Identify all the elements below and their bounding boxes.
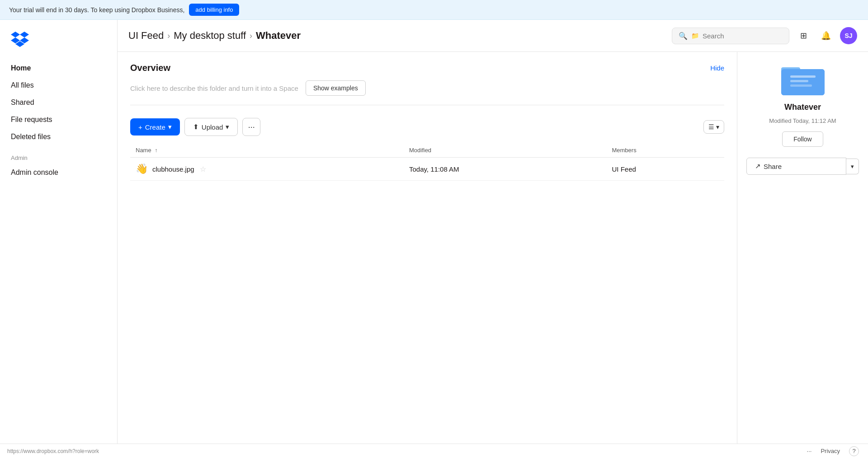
sidebar-item-home[interactable]: Home bbox=[0, 60, 117, 77]
privacy-link[interactable]: Privacy bbox=[821, 448, 840, 454]
share-dropdown-icon: ▾ bbox=[851, 163, 854, 170]
breadcrumb-my-desktop-stuff[interactable]: My desktop stuff bbox=[174, 30, 246, 42]
folder-preview-name: Whatever bbox=[784, 103, 821, 112]
breadcrumb-ui-feed[interactable]: UI Feed bbox=[128, 30, 164, 42]
upload-icon: ⬆ bbox=[193, 123, 199, 131]
file-name[interactable]: clubhouse.jpg bbox=[152, 165, 194, 173]
sidebar-logo bbox=[0, 29, 117, 60]
show-examples-button[interactable]: Show examples bbox=[306, 80, 366, 96]
sidebar: Home All files Shared File requests Dele… bbox=[0, 20, 118, 458]
sort-icon: ↑ bbox=[155, 147, 157, 154]
list-view-icon: ☰ bbox=[708, 123, 714, 131]
notifications-button[interactable]: 🔔 bbox=[817, 27, 835, 44]
col-name[interactable]: Name ↑ bbox=[130, 143, 404, 158]
create-button[interactable]: + Create ▾ bbox=[130, 118, 180, 136]
main-header: UI Feed › My desktop stuff › Whatever 🔍 … bbox=[118, 20, 868, 52]
table-row: 👋 clubhouse.jpg ☆ Today, 11:08 AM UI Fee… bbox=[130, 158, 724, 181]
dropbox-logo-icon bbox=[11, 29, 29, 47]
file-modified: Today, 11:08 AM bbox=[404, 158, 607, 181]
sidebar-admin-section: Admin bbox=[0, 145, 117, 164]
more-options-button[interactable]: ··· bbox=[242, 118, 260, 136]
bell-icon: 🔔 bbox=[821, 31, 831, 41]
hide-link[interactable]: Hide bbox=[710, 64, 724, 72]
grid-apps-button[interactable]: ⊞ bbox=[795, 27, 812, 44]
help-button[interactable]: ? bbox=[849, 446, 859, 456]
overview-title: Overview bbox=[130, 63, 170, 73]
breadcrumb: UI Feed › My desktop stuff › Whatever bbox=[128, 30, 665, 42]
search-input[interactable] bbox=[703, 32, 783, 40]
breadcrumb-sep-1: › bbox=[167, 31, 170, 41]
breadcrumb-sep-2: › bbox=[250, 31, 252, 41]
file-members: UI Feed bbox=[606, 158, 724, 181]
overview-placeholder-text[interactable]: Click here to describe this folder and t… bbox=[130, 84, 298, 92]
sidebar-nav: Home All files Shared File requests Dele… bbox=[0, 60, 117, 181]
center-content: Overview Hide Click here to describe thi… bbox=[118, 52, 737, 458]
sidebar-item-file-requests[interactable]: File requests bbox=[0, 111, 117, 128]
main-content: UI Feed › My desktop stuff › Whatever 🔍 … bbox=[118, 20, 868, 458]
header-actions: 🔍 📁 ⊞ 🔔 SJ bbox=[672, 27, 857, 44]
file-toolbar: + Create ▾ ⬆ Upload ▾ ··· ☰ ▾ bbox=[130, 118, 724, 136]
folder-preview: Whatever Modified Today, 11:12 AM Follow bbox=[746, 61, 859, 147]
follow-button[interactable]: Follow bbox=[782, 131, 823, 147]
sidebar-item-admin-console[interactable]: Admin console bbox=[0, 164, 117, 181]
right-panel: Whatever Modified Today, 11:12 AM Follow… bbox=[737, 52, 868, 458]
file-name-cell: 👋 clubhouse.jpg ☆ bbox=[136, 163, 398, 175]
breadcrumb-current: Whatever bbox=[256, 30, 301, 42]
search-icon: 🔍 bbox=[679, 32, 688, 40]
grid-icon: ⊞ bbox=[800, 31, 807, 41]
share-dropdown-button[interactable]: ▾ bbox=[846, 159, 859, 174]
folder-preview-icon bbox=[780, 61, 826, 97]
svg-rect-3 bbox=[790, 75, 816, 78]
share-button[interactable]: ↗ Share bbox=[746, 158, 846, 175]
folder-filter-icon: 📁 bbox=[691, 32, 699, 39]
share-icon: ↗ bbox=[755, 162, 761, 170]
svg-rect-4 bbox=[790, 80, 808, 82]
page-body: Overview Hide Click here to describe thi… bbox=[118, 52, 868, 458]
sidebar-item-deleted-files[interactable]: Deleted files bbox=[0, 128, 117, 145]
sidebar-item-all-files[interactable]: All files bbox=[0, 77, 117, 94]
trial-banner: Your trial will end in 30 days. To keep … bbox=[0, 0, 868, 20]
star-button[interactable]: ☆ bbox=[199, 164, 207, 174]
overview-section: Overview Hide bbox=[130, 63, 724, 73]
app-layout: Home All files Shared File requests Dele… bbox=[0, 20, 868, 458]
plus-icon: + bbox=[138, 123, 142, 131]
trial-message: Your trial will end in 30 days. To keep … bbox=[9, 6, 184, 14]
folder-preview-modified: Modified Today, 11:12 AM bbox=[769, 117, 836, 124]
view-chevron-icon: ▾ bbox=[716, 123, 719, 131]
view-toggle[interactable]: ☰ ▾ bbox=[703, 120, 724, 134]
status-bar: https://www.dropbox.com/h?role=work ··· … bbox=[0, 444, 868, 458]
status-more-button[interactable]: ··· bbox=[807, 448, 812, 454]
upload-button[interactable]: ⬆ Upload ▾ bbox=[184, 118, 238, 136]
user-avatar-button[interactable]: SJ bbox=[840, 27, 857, 44]
overview-desc-row: Click here to describe this folder and t… bbox=[130, 80, 724, 105]
col-modified: Modified bbox=[404, 143, 607, 158]
upload-chevron-icon: ▾ bbox=[226, 123, 229, 131]
avatar-initials: SJ bbox=[844, 32, 852, 39]
url-bar: https://www.dropbox.com/h?role=work bbox=[7, 448, 99, 454]
col-members: Members bbox=[606, 143, 724, 158]
file-icon: 👋 bbox=[136, 163, 148, 175]
svg-rect-5 bbox=[790, 84, 812, 87]
share-row: ↗ Share ▾ bbox=[746, 158, 859, 175]
create-chevron-icon: ▾ bbox=[168, 123, 172, 131]
sidebar-item-shared[interactable]: Shared bbox=[0, 94, 117, 111]
file-table: Name ↑ Modified Members 👋 bbox=[130, 143, 724, 181]
add-billing-button[interactable]: add billing info bbox=[189, 4, 239, 16]
search-box[interactable]: 🔍 📁 bbox=[672, 28, 789, 44]
